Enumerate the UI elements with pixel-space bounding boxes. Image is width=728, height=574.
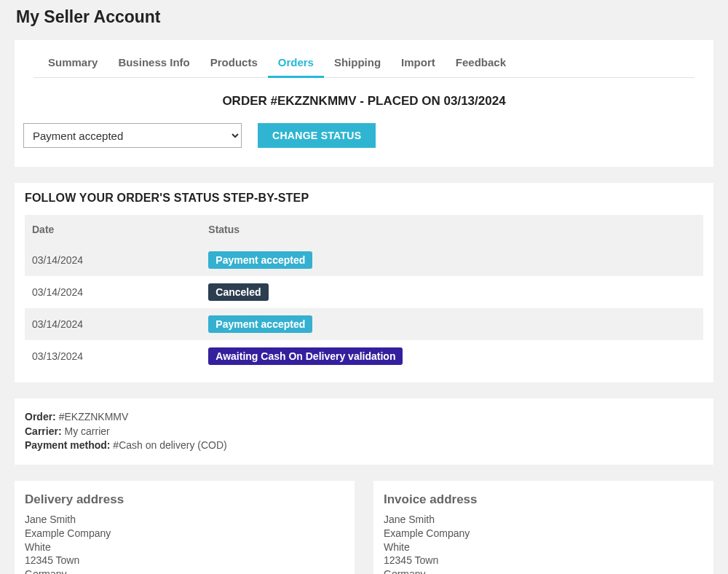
tab-import[interactable]: Import <box>391 49 446 78</box>
address-name: Jane Smith <box>384 513 703 527</box>
tab-summary[interactable]: Summary <box>38 49 108 78</box>
change-status-button[interactable]: CHANGE STATUS <box>258 123 376 148</box>
address-city: 12345 Town <box>25 554 344 567</box>
order-summary-block: Order: #EKZZNKMMV Carrier: My carrier Pa… <box>15 398 713 465</box>
delivery-address-body: Jane Smith Example Company White 12345 T… <box>25 513 344 574</box>
tabs-bar: Summary Business Info Products Orders Sh… <box>33 49 695 78</box>
cell-status: Awaiting Cash On Delivery validation <box>201 340 703 372</box>
address-line: White <box>384 540 703 554</box>
address-row: Delivery address Jane Smith Example Comp… <box>15 481 713 574</box>
tab-products[interactable]: Products <box>200 49 268 78</box>
cell-status: Payment accepted <box>201 308 703 340</box>
address-company: Example Company <box>384 527 703 540</box>
carrier-value: My carrier <box>64 425 109 437</box>
tab-feedback[interactable]: Feedback <box>446 49 516 78</box>
col-date: Date <box>25 215 201 244</box>
status-change-row: Payment accepted CHANGE STATUS <box>23 123 695 148</box>
delivery-address-card: Delivery address Jane Smith Example Comp… <box>15 481 355 574</box>
cell-status: Canceled <box>201 276 703 308</box>
status-badge: Canceled <box>208 283 268 301</box>
table-row: 03/14/2024 Canceled <box>25 276 703 308</box>
table-row: 03/14/2024 Payment accepted <box>25 244 703 276</box>
address-company: Example Company <box>25 527 344 540</box>
status-badge: Awaiting Cash On Delivery validation <box>208 347 403 365</box>
order-card: Summary Business Info Products Orders Sh… <box>15 40 713 167</box>
status-history-card: FOLLOW YOUR ORDER'S STATUS STEP-BY-STEP … <box>15 183 713 382</box>
address-line: White <box>25 540 344 554</box>
delivery-address-title: Delivery address <box>25 492 344 507</box>
tab-business-info[interactable]: Business Info <box>108 49 199 78</box>
page-title: My Seller Account <box>16 7 713 27</box>
payment-method-value: #Cash on delivery (COD) <box>113 439 226 451</box>
address-country: Germany <box>25 567 344 574</box>
order-value: #EKZZNKMMV <box>59 411 129 422</box>
col-status: Status <box>201 215 703 244</box>
order-label: Order: <box>25 411 56 422</box>
payment-method-label: Payment method: <box>25 439 110 451</box>
address-country: Germany <box>384 567 703 574</box>
cell-status: Payment accepted <box>201 244 703 276</box>
cell-date: 03/14/2024 <box>25 308 201 340</box>
cell-date: 03/13/2024 <box>25 340 201 372</box>
carrier-label: Carrier: <box>25 425 62 437</box>
cell-date: 03/14/2024 <box>25 244 201 276</box>
status-history-title: FOLLOW YOUR ORDER'S STATUS STEP-BY-STEP <box>25 192 703 205</box>
address-name: Jane Smith <box>25 513 344 527</box>
invoice-address-title: Invoice address <box>384 492 703 507</box>
table-row: 03/13/2024 Awaiting Cash On Delivery val… <box>25 340 703 372</box>
status-history-table: Date Status 03/14/2024 Payment accepted … <box>25 215 703 372</box>
order-heading: ORDER #EKZZNKMMV - PLACED ON 03/13/2024 <box>33 94 695 109</box>
status-badge: Payment accepted <box>208 315 312 333</box>
status-badge: Payment accepted <box>208 251 312 269</box>
address-city: 12345 Town <box>384 554 703 567</box>
tab-orders[interactable]: Orders <box>268 49 324 78</box>
tab-shipping[interactable]: Shipping <box>324 49 391 78</box>
status-select[interactable]: Payment accepted <box>23 123 242 148</box>
cell-date: 03/14/2024 <box>25 276 201 308</box>
table-row: 03/14/2024 Payment accepted <box>25 308 703 340</box>
invoice-address-body: Jane Smith Example Company White 12345 T… <box>384 513 703 574</box>
invoice-address-card: Invoice address Jane Smith Example Compa… <box>373 481 713 574</box>
